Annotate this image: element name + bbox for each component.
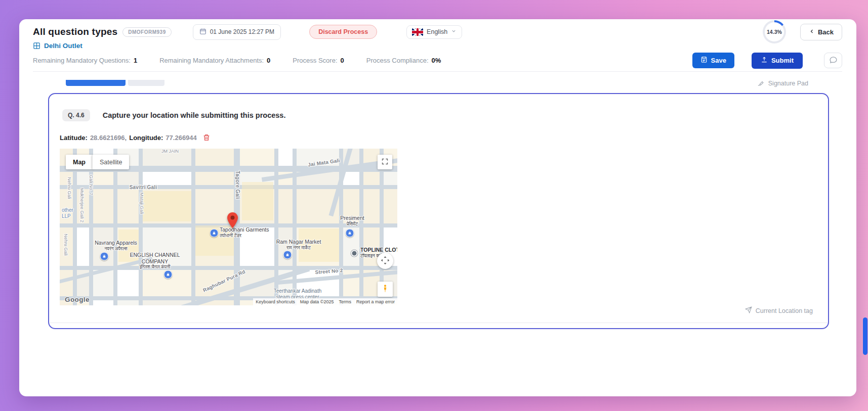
map-data-label: Map data ©2025 (300, 299, 334, 304)
longitude-label: Longitude: (129, 134, 163, 142)
datetime-display: 01 June 2025 12:27 PM (193, 24, 281, 40)
delete-location-button[interactable] (202, 133, 211, 142)
keyboard-shortcuts-link[interactable]: Keyboard shortcuts (256, 299, 295, 304)
signature-pad-row: Signature Pad (48, 79, 829, 88)
location-tag-icon (745, 306, 752, 315)
chat-button[interactable] (824, 53, 842, 68)
save-label: Save (711, 57, 726, 64)
place-poi-icon[interactable] (351, 250, 358, 257)
signature-pad-label: Signature Pad (768, 80, 808, 87)
tab-stub-active[interactable] (66, 80, 126, 86)
location-tag-label: Current Location tag (756, 307, 813, 314)
fullscreen-icon (381, 158, 389, 167)
upload-icon (761, 56, 768, 65)
stat-label: Process Compliance: (366, 57, 429, 64)
stat-value: 0% (432, 57, 441, 64)
coordinates-row: Latitude: 28.6621696, Longitude: 77.2669… (60, 133, 828, 142)
calendar-icon (199, 28, 206, 36)
longitude-value: 77.266944 (166, 134, 196, 142)
stat-value: 1 (134, 57, 137, 64)
stat-label: Remaining Mandatory Questions: (33, 57, 131, 64)
terms-link[interactable]: Terms (339, 299, 351, 304)
submit-label: Submit (771, 57, 794, 64)
stat-label: Remaining Mandatory Attachments: (159, 57, 264, 64)
google-logo[interactable]: Google (65, 296, 90, 303)
shopping-poi-icon[interactable] (164, 270, 173, 279)
form-code-badge: DMOFORM939 (122, 27, 171, 37)
latitude-label: Latitude: (60, 134, 88, 142)
question-card: Q. 4.6 Capture your location while submi… (48, 93, 829, 329)
main-panel: All question types DMOFORM939 01 June 20… (19, 19, 856, 396)
uk-flag-icon (412, 28, 423, 36)
trash-icon (202, 135, 211, 143)
back-button[interactable]: Back (800, 24, 842, 40)
stat-process-compliance: Process Compliance: 0% (366, 57, 441, 64)
outlet-link[interactable]: Delhi Outlet (44, 42, 82, 50)
stat-value: 0 (341, 57, 344, 64)
app-background: All question types DMOFORM939 01 June 20… (0, 0, 868, 411)
shopping-poi-icon[interactable] (210, 229, 219, 238)
map-type-satellite-button[interactable]: Satellite (92, 155, 129, 169)
chevron-left-icon (809, 28, 815, 36)
fullscreen-button[interactable] (378, 155, 392, 169)
map-attribution: Keyboard shortcuts Map data ©2025 Terms … (253, 298, 397, 305)
map-widget[interactable]: JM JAINJai Mata GaliSavitri GaliTagore G… (60, 149, 397, 305)
pegman-button[interactable] (378, 282, 393, 297)
chat-icon (829, 56, 838, 66)
header: All question types DMOFORM939 01 June 20… (19, 19, 856, 72)
progress-ring: 14.3% (763, 20, 786, 43)
stat-remaining-attachments: Remaining Mandatory Attachments: 0 (159, 57, 270, 64)
shopping-poi-icon[interactable] (100, 252, 109, 261)
stat-process-score: Process Score: 0 (293, 57, 344, 64)
discard-process-button[interactable]: Discard Process (309, 25, 377, 39)
language-label: English (427, 28, 447, 35)
back-label: Back (818, 28, 834, 36)
signature-pad-icon (757, 79, 765, 88)
question-text: Capture your location while submitting t… (103, 111, 286, 119)
tab-stub[interactable] (128, 80, 164, 86)
outlet-icon (33, 42, 40, 50)
question-footer: Current Location tag (745, 306, 813, 315)
footer-divider (49, 323, 828, 323)
shopping-poi-icon[interactable] (283, 251, 292, 259)
shopping-poi-icon[interactable] (346, 229, 354, 238)
pegman-icon (381, 284, 390, 295)
language-selector[interactable]: English (406, 25, 462, 39)
form-content: Signature Pad Q. 4.6 Capture your locati… (19, 79, 856, 390)
datetime-text: 01 June 2025 12:27 PM (210, 28, 274, 35)
page-title: All question types (33, 26, 117, 37)
progress-value: 14.3% (767, 29, 782, 35)
pan-control[interactable] (377, 253, 393, 269)
chevron-down-icon (451, 28, 457, 35)
save-icon (700, 56, 708, 65)
question-number-badge: Q. 4.6 (62, 109, 90, 121)
stat-remaining-questions: Remaining Mandatory Questions: 1 (33, 57, 137, 64)
latitude-value: 28.6621696, (90, 134, 127, 142)
report-map-error-link[interactable]: Report a map error (356, 299, 395, 304)
map-marker[interactable] (227, 212, 238, 229)
submit-button[interactable]: Submit (752, 53, 803, 69)
save-button[interactable]: Save (692, 53, 734, 68)
page-scrollbar[interactable] (863, 317, 867, 355)
stat-label: Process Score: (293, 57, 337, 64)
pan-arrows-icon (380, 255, 390, 267)
stat-value: 0 (267, 57, 270, 64)
map-type-map-button[interactable]: Map (66, 155, 93, 169)
